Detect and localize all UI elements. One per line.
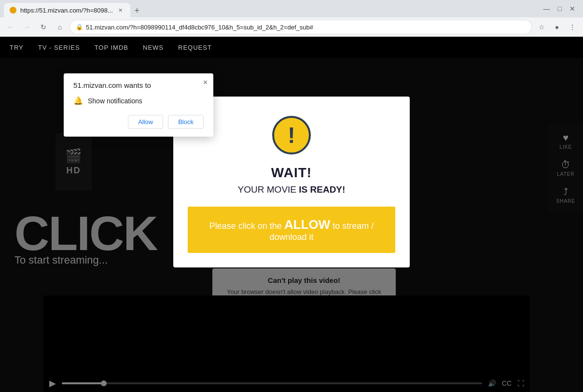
notification-permission-text: Show notifications — [88, 97, 142, 105]
window-controls: — □ ✕ — [543, 5, 579, 13]
minimize-button[interactable]: — — [543, 5, 550, 13]
nav-item-top-imdb[interactable]: TOP IMDB — [95, 44, 128, 51]
modal-cta-banner: Please click on the ALLOW to stream / do… — [188, 207, 395, 253]
tab-favicon — [10, 7, 16, 14]
browser-toolbar: ← → ↻ ⌂ 🔒 51.mizvan.com/?h=8098990114_df… — [0, 17, 583, 37]
nav-item-try[interactable]: TRY — [10, 44, 24, 51]
notification-popup: × 51.mizvan.com wants to 🔔 Show notifica… — [64, 73, 213, 137]
maximize-button[interactable]: □ — [558, 5, 562, 13]
notification-close-button[interactable]: × — [203, 78, 208, 87]
nav-item-news[interactable]: NEWS — [143, 44, 164, 51]
tab-title: https://51.mizvan.com/?h=8098... — [20, 7, 113, 14]
tab-bar: https://51.mizvan.com/?h=8098... ✕ + — [4, 0, 144, 17]
notification-popup-title: 51.mizvan.com wants to — [73, 81, 204, 89]
new-tab-button[interactable]: + — [130, 4, 144, 17]
url-text: 51.mizvan.com/?h=8098990114_df4d8cbc976_… — [86, 24, 526, 31]
nav-item-tv-series[interactable]: TV - SERIES — [38, 44, 80, 51]
profile-button[interactable]: ● — [550, 20, 564, 34]
notification-permission-row: 🔔 Show notifications — [73, 96, 204, 105]
allow-button[interactable]: Allow — [128, 115, 163, 129]
lock-icon: 🔒 — [76, 24, 83, 30]
tab-close-button[interactable]: ✕ — [117, 6, 125, 14]
address-bar[interactable]: 🔒 51.mizvan.com/?h=8098990114_df4d8cbc97… — [69, 20, 532, 34]
toolbar-actions: ☆ ● ⋮ — [535, 20, 579, 34]
active-tab[interactable]: https://51.mizvan.com/?h=8098... ✕ — [4, 3, 130, 17]
bell-icon: 🔔 — [73, 96, 83, 105]
browser-window: https://51.mizvan.com/?h=8098... ✕ + — □… — [0, 0, 583, 392]
home-button[interactable]: ⌂ — [53, 20, 67, 34]
cta-allow-word: ALLOW — [284, 217, 330, 232]
block-button[interactable]: Block — [168, 115, 204, 129]
close-button[interactable]: ✕ — [569, 5, 575, 13]
cta-prefix: Please click on the — [209, 221, 284, 231]
notification-buttons: Allow Block — [73, 115, 204, 129]
browser-titlebar: https://51.mizvan.com/?h=8098... ✕ + — □… — [0, 0, 583, 17]
bookmark-button[interactable]: ☆ — [535, 20, 548, 34]
reload-button[interactable]: ↻ — [37, 20, 50, 34]
modal-subtitle-bold: IS READY! — [299, 184, 345, 195]
modal-subtitle: YOUR MOVIE IS READY! — [238, 184, 346, 195]
website-content: TRY TV - SERIES TOP IMDB NEWS REQUEST CL… — [0, 37, 583, 392]
site-nav: TRY TV - SERIES TOP IMDB NEWS REQUEST — [0, 37, 583, 58]
forward-button[interactable]: → — [20, 20, 34, 34]
warning-icon: ! — [272, 116, 311, 154]
menu-button[interactable]: ⋮ — [566, 20, 579, 34]
back-button[interactable]: ← — [4, 20, 17, 34]
modal-subtitle-normal: YOUR MOVIE — [238, 184, 299, 195]
nav-item-request[interactable]: REQUEST — [178, 44, 212, 51]
modal-title: WAIT! — [271, 165, 312, 181]
